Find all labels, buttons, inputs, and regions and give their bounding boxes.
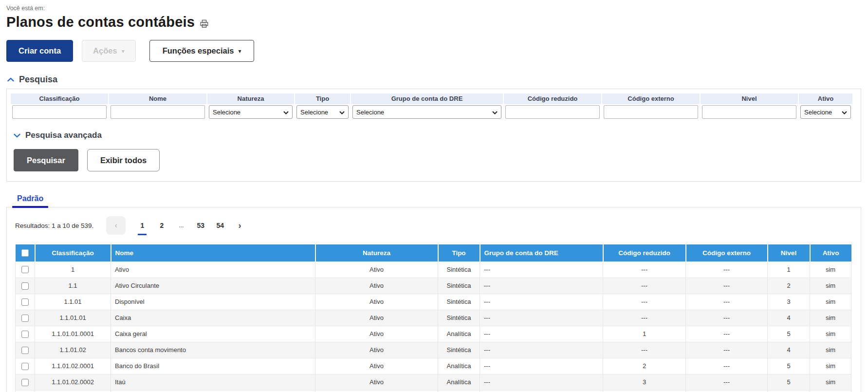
page: Você está em: Planos de contas contábeis… (0, 0, 868, 392)
select-all-checkbox[interactable] (21, 249, 29, 257)
tab-padrao[interactable]: Padrão (17, 194, 43, 207)
pagination-pages: 12...5354 (132, 219, 230, 232)
nivel-input[interactable] (702, 105, 796, 119)
create-account-button[interactable]: Criar conta (6, 40, 73, 62)
cell-tipo: Sintética (438, 278, 480, 294)
search-section-toggle[interactable]: Pesquisa (7, 75, 862, 85)
table-row: 1.1.01.01.0001Caixa geralAtivoAnalítica-… (16, 326, 851, 342)
cell-nivel: 4 (768, 310, 810, 326)
table-row: 1.1.01.02.0002ItaúAtivoAnalítica---3---5… (16, 374, 851, 390)
pagination-prev-button[interactable]: ‹ (106, 216, 126, 235)
tipo-select[interactable]: Selecione (296, 105, 349, 119)
codigo-externo-input[interactable] (604, 105, 698, 119)
cell-grupo-dre: --- (480, 390, 603, 392)
search-field-label: Código externo (602, 93, 700, 104)
row-checkbox[interactable] (21, 299, 29, 306)
grupo-dre-select[interactable]: Selecione (352, 105, 501, 119)
print-icon[interactable] (200, 19, 209, 28)
special-functions-button[interactable]: Funções especiais ▾ (149, 40, 255, 62)
chevron-down-icon (339, 109, 345, 116)
cell-codigo-externo: --- (686, 261, 768, 278)
cell-nome: Ativo Circulante (111, 278, 315, 294)
cell-ativo: sim (810, 294, 851, 310)
cell-nivel: 3 (768, 294, 810, 310)
pagination: Resultados: 1 a 10 de 539. ‹ 12...5354 › (15, 216, 852, 235)
cell-codigo-externo: --- (686, 294, 768, 310)
cell-nivel: 5 (768, 358, 810, 374)
cell-tipo: Sintética (438, 310, 480, 326)
column-header-ativo: Ativo (810, 244, 851, 261)
cell-grupo-dre: --- (480, 374, 603, 390)
search-button[interactable]: Pesquisar (14, 149, 78, 171)
cell-nivel: 5 (768, 390, 810, 392)
breadcrumb: Você está em: (6, 5, 862, 12)
column-header-nivel: Nivel (768, 244, 810, 261)
search-field-label: Natureza (207, 93, 294, 104)
cell-natureza: Ativo (315, 326, 438, 342)
actions-button[interactable]: Ações ▾ (82, 40, 136, 62)
search-field-label: Grupo de conta do DRE (351, 93, 503, 104)
classificacao-input[interactable] (12, 105, 107, 119)
row-checkbox[interactable] (21, 347, 29, 354)
cell-tipo: Analítica (438, 326, 480, 342)
chevron-up-icon (7, 77, 14, 82)
cell-classificacao: 1.1.01.01.0001 (35, 326, 111, 342)
cell-grupo-dre: --- (480, 358, 603, 374)
row-checkbox[interactable] (21, 315, 29, 322)
cell-ativo: sim (810, 358, 851, 374)
cell-ativo: sim (810, 342, 851, 358)
results-panel: Resultados: 1 a 10 de 539. ‹ 12...5354 ›… (6, 207, 861, 392)
pagination-next-button[interactable]: › (230, 216, 249, 235)
cell-nome: Itaú (111, 374, 315, 390)
cell-natureza: Ativo (315, 390, 438, 392)
cell-codigo-externo: --- (686, 374, 768, 390)
search-field-codigo-reduzido: Código reduzido (504, 93, 601, 119)
cell-grupo-dre: --- (480, 261, 603, 278)
chevron-down-icon (492, 109, 498, 116)
cell-codigo-reduzido: 2 (603, 358, 686, 374)
tab-bar: Padrão (6, 194, 861, 207)
page-number-54[interactable]: 54 (210, 219, 230, 232)
nome-input[interactable] (111, 105, 205, 119)
search-fields-row: ClassificaçãoNomeNaturezaSelecioneTipoSe… (11, 93, 857, 119)
row-checkbox[interactable] (21, 266, 29, 273)
cell-ativo: sim (810, 374, 851, 390)
codigo-reduzido-input[interactable] (505, 105, 600, 119)
cell-nivel: 4 (768, 342, 810, 358)
cell-ativo: sim (810, 261, 851, 278)
special-functions-label: Funções especiais (163, 46, 234, 56)
natureza-select[interactable]: Selecione (209, 105, 293, 119)
cell-grupo-dre: --- (480, 278, 603, 294)
search-field-label: Ativo (799, 93, 852, 104)
tab-padrao-label: Padrão (17, 194, 43, 203)
cell-tipo: Analítica (438, 374, 480, 390)
table-row: 1.1.01.02.0003Caixa EconômicaAtivoAnalít… (16, 390, 851, 392)
page-number-53[interactable]: 53 (191, 219, 210, 232)
show-all-button[interactable]: Exibir todos (87, 149, 160, 171)
row-checkbox[interactable] (21, 282, 29, 290)
cell-grupo-dre: --- (480, 326, 603, 342)
advanced-search-toggle[interactable]: Pesquisa avançada (14, 131, 857, 140)
row-checkbox[interactable] (21, 379, 29, 386)
cell-classificacao: 1.1.01.02.0002 (35, 374, 111, 390)
page-number-1[interactable]: 1 (132, 219, 152, 232)
cell-codigo-externo: --- (686, 390, 768, 392)
select-value: Selecione (213, 109, 240, 116)
cell-tipo: Analítica (438, 390, 480, 392)
table-row: 1AtivoAtivoSintética---------1sim (16, 261, 851, 278)
cell-grupo-dre: --- (480, 310, 603, 326)
ativo-select[interactable]: Selecione (800, 105, 851, 119)
cell-nome: Caixa geral (111, 326, 315, 342)
row-checkbox[interactable] (21, 331, 29, 338)
table-row: 1.1.01DisponívelAtivoSintética---------3… (16, 294, 851, 310)
cell-classificacao: 1 (35, 261, 111, 278)
cell-codigo-reduzido: 4 (603, 390, 686, 392)
cell-nivel: 5 (768, 326, 810, 342)
page-number-2[interactable]: 2 (152, 219, 171, 232)
cell-codigo-reduzido: --- (603, 310, 686, 326)
search-field-ativo: AtivoSelecione (799, 93, 852, 119)
cell-tipo: Sintética (438, 342, 480, 358)
cell-natureza: Ativo (315, 358, 438, 374)
row-checkbox[interactable] (21, 363, 29, 370)
cell-ativo: sim (810, 278, 851, 294)
